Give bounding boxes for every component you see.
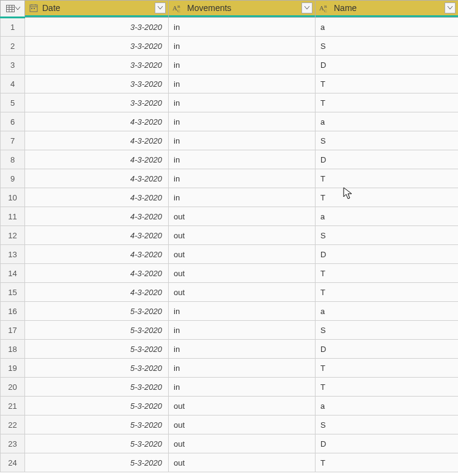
cell-name[interactable]: T <box>316 169 459 188</box>
cell-date[interactable]: 5-3-2020 <box>25 416 169 434</box>
row-number[interactable]: 19 <box>1 359 25 378</box>
cell-name[interactable]: T <box>316 378 459 397</box>
row-number[interactable]: 7 <box>1 131 25 150</box>
cell-date[interactable]: 4-3-2020 <box>25 131 169 150</box>
cell-date[interactable]: 3-3-2020 <box>25 18 169 37</box>
cell-movements[interactable]: in <box>169 302 316 321</box>
row-number[interactable]: 6 <box>1 112 25 131</box>
row-number[interactable]: 23 <box>1 434 25 453</box>
table-row[interactable]: 33-3-2020inD <box>1 56 459 75</box>
cell-movements[interactable]: in <box>169 150 316 169</box>
cell-name[interactable]: D <box>316 340 459 359</box>
row-number[interactable]: 10 <box>1 188 25 207</box>
filter-button-name[interactable] <box>445 2 456 13</box>
cell-date[interactable]: 5-3-2020 <box>25 321 169 340</box>
cell-movements[interactable]: in <box>169 37 316 56</box>
cell-movements[interactable]: out <box>169 453 316 472</box>
row-number[interactable]: 16 <box>1 302 25 321</box>
cell-movements[interactable]: in <box>169 188 316 207</box>
table-row[interactable]: 195-3-2020inT <box>1 359 459 378</box>
row-number[interactable]: 1 <box>1 18 25 37</box>
cell-name[interactable]: S <box>316 37 459 56</box>
cell-date[interactable]: 4-3-2020 <box>25 150 169 169</box>
table-row[interactable]: 225-3-2020outS <box>1 416 459 434</box>
table-row[interactable]: 165-3-2020ina <box>1 302 459 321</box>
cell-name[interactable]: T <box>316 75 459 93</box>
cell-movements[interactable]: out <box>169 207 316 226</box>
row-number[interactable]: 24 <box>1 453 25 472</box>
cell-movements[interactable]: in <box>169 378 316 397</box>
cell-name[interactable]: T <box>316 264 459 283</box>
table-row[interactable]: 215-3-2020outa <box>1 397 459 416</box>
cell-date[interactable]: 5-3-2020 <box>25 359 169 378</box>
table-row[interactable]: 53-3-2020inT <box>1 93 459 112</box>
cell-date[interactable]: 4-3-2020 <box>25 245 169 264</box>
row-number[interactable]: 9 <box>1 169 25 188</box>
table-row[interactable]: 235-3-2020outD <box>1 434 459 453</box>
cell-name[interactable]: T <box>316 93 459 112</box>
cell-name[interactable]: S <box>316 321 459 340</box>
cell-date[interactable]: 4-3-2020 <box>25 169 169 188</box>
cell-movements[interactable]: out <box>169 283 316 302</box>
cell-date[interactable]: 4-3-2020 <box>25 226 169 245</box>
table-row[interactable]: 94-3-2020inT <box>1 169 459 188</box>
cell-movements[interactable]: out <box>169 264 316 283</box>
cell-date[interactable]: 4-3-2020 <box>25 112 169 131</box>
table-row[interactable]: 43-3-2020inT <box>1 75 459 93</box>
cell-name[interactable]: a <box>316 18 459 37</box>
cell-movements[interactable]: out <box>169 226 316 245</box>
cell-movements[interactable]: in <box>169 18 316 37</box>
cell-movements[interactable]: out <box>169 416 316 434</box>
cell-name[interactable]: T <box>316 283 459 302</box>
row-number[interactable]: 8 <box>1 150 25 169</box>
cell-movements[interactable]: in <box>169 112 316 131</box>
cell-movements[interactable]: in <box>169 169 316 188</box>
cell-movements[interactable]: in <box>169 340 316 359</box>
cell-name[interactable]: a <box>316 302 459 321</box>
cell-date[interactable]: 4-3-2020 <box>25 264 169 283</box>
cell-date[interactable]: 5-3-2020 <box>25 378 169 397</box>
cell-movements[interactable]: out <box>169 245 316 264</box>
row-number[interactable]: 3 <box>1 56 25 75</box>
table-corner-menu[interactable] <box>1 1 25 18</box>
cell-date[interactable]: 5-3-2020 <box>25 397 169 416</box>
cell-movements[interactable]: in <box>169 359 316 378</box>
cell-date[interactable]: 3-3-2020 <box>25 93 169 112</box>
cell-name[interactable]: T <box>316 453 459 472</box>
table-row[interactable]: 64-3-2020ina <box>1 112 459 131</box>
row-number[interactable]: 13 <box>1 245 25 264</box>
row-number[interactable]: 20 <box>1 378 25 397</box>
table-row[interactable]: 185-3-2020inD <box>1 340 459 359</box>
filter-button-date[interactable] <box>155 2 166 13</box>
cell-name[interactable]: S <box>316 416 459 434</box>
row-number[interactable]: 11 <box>1 207 25 226</box>
cell-name[interactable]: D <box>316 56 459 75</box>
cell-name[interactable]: a <box>316 207 459 226</box>
table-row[interactable]: 205-3-2020inT <box>1 378 459 397</box>
table-row[interactable]: 23-3-2020inS <box>1 37 459 56</box>
cell-name[interactable]: T <box>316 188 459 207</box>
cell-name[interactable]: a <box>316 112 459 131</box>
row-number[interactable]: 17 <box>1 321 25 340</box>
cell-movements[interactable]: in <box>169 321 316 340</box>
cell-date[interactable]: 5-3-2020 <box>25 434 169 453</box>
row-number[interactable]: 12 <box>1 226 25 245</box>
cell-movements[interactable]: in <box>169 75 316 93</box>
column-header-date[interactable]: Date <box>25 1 169 18</box>
row-number[interactable]: 21 <box>1 397 25 416</box>
table-row[interactable]: 114-3-2020outa <box>1 207 459 226</box>
table-row[interactable]: 144-3-2020outT <box>1 264 459 283</box>
cell-date[interactable]: 3-3-2020 <box>25 56 169 75</box>
table-row[interactable]: 124-3-2020outS <box>1 226 459 245</box>
cell-date[interactable]: 4-3-2020 <box>25 283 169 302</box>
table-row[interactable]: 245-3-2020outT <box>1 453 459 472</box>
cell-date[interactable]: 5-3-2020 <box>25 302 169 321</box>
row-number[interactable]: 18 <box>1 340 25 359</box>
table-row[interactable]: 175-3-2020inS <box>1 321 459 340</box>
cell-name[interactable]: D <box>316 150 459 169</box>
table-row[interactable]: 134-3-2020outD <box>1 245 459 264</box>
cell-date[interactable]: 4-3-2020 <box>25 188 169 207</box>
cell-date[interactable]: 3-3-2020 <box>25 37 169 56</box>
column-header-name[interactable]: A B C Name <box>316 1 459 18</box>
cell-name[interactable]: D <box>316 245 459 264</box>
